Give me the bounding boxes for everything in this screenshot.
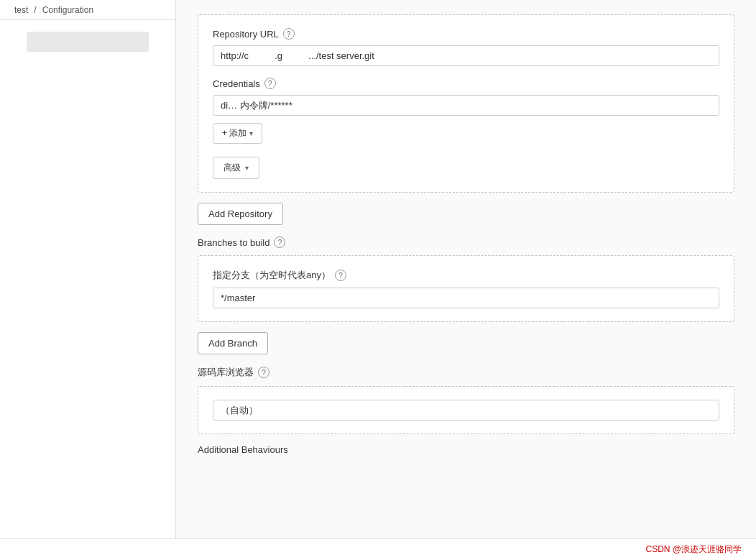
sidebar-button-placeholder [27,32,149,52]
add-credentials-button[interactable]: + 添加 ▾ [213,123,262,144]
advanced-button[interactable]: 高级 ▾ [213,157,259,179]
repository-url-input[interactable] [213,45,719,66]
credentials-row: di… 内令牌/****** [213,95,719,116]
add-credentials-dropdown-arrow: ▾ [249,129,253,137]
sidebar: test / Configuration [0,0,176,560]
branches-section: 指定分支（为空时代表any） ? [198,255,734,322]
credentials-help-icon[interactable]: ? [264,78,276,89]
source-browser-select[interactable]: （自动） [213,400,719,421]
additional-behaviours-title: Additional Behaviours [198,444,734,455]
source-browser-help-icon[interactable]: ? [258,367,269,378]
repository-url-help-icon[interactable]: ? [283,28,295,40]
add-branch-button[interactable]: Add Branch [198,332,268,354]
breadcrumb-item-1: test [14,5,28,15]
main-content: Repository URL ? Credentials ? di… 内令牌/*… [176,0,756,560]
bottom-bar: CSDN @浪迹天涯骆同学 [0,538,756,560]
breadcrumb: test / Configuration [0,0,175,20]
repository-url-label: Repository URL ? [213,28,719,40]
branch-specifier-label: 指定分支（为空时代表any） ? [213,269,719,282]
repository-section: Repository URL ? Credentials ? di… 内令牌/*… [198,14,734,193]
advanced-dropdown-arrow: ▾ [245,164,249,172]
add-repository-button[interactable]: Add Repository [198,203,283,225]
breadcrumb-sep-1: / [34,5,36,15]
branches-help-icon[interactable]: ? [274,237,285,248]
branches-to-build-title: Branches to build ? [198,237,734,248]
breadcrumb-item-2: Configuration [42,5,93,15]
credentials-select[interactable]: di… 内令牌/****** [213,95,719,116]
source-browser-label: 源码库浏览器 ? [198,366,734,379]
branch-specifier-input[interactable] [213,288,719,308]
source-browser-section: （自动） [198,386,734,434]
branch-specifier-help-icon[interactable]: ? [335,270,346,281]
credentials-label: Credentials ? [213,78,719,89]
